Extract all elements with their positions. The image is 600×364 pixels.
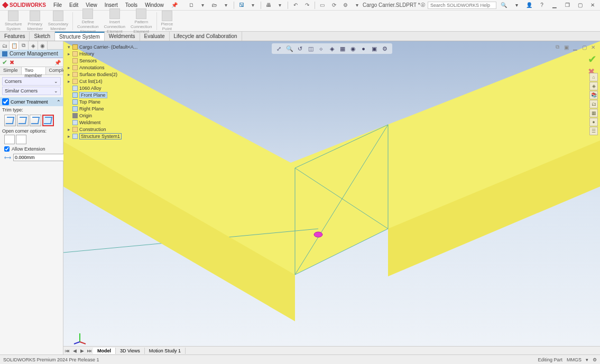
pm-pin-icon[interactable]: 📌 xyxy=(54,60,61,66)
tree-origin[interactable]: Origin xyxy=(66,112,139,119)
pm-group-corners[interactable]: Corners⌄ xyxy=(2,77,61,86)
vp-minimize-icon[interactable]: ▁ xyxy=(571,43,579,51)
tree-history[interactable]: ▸History xyxy=(66,50,139,57)
tree-construction[interactable]: ▸Construction xyxy=(66,126,139,133)
menu-pin-icon[interactable]: 📌 xyxy=(168,1,181,9)
ribbon-primary-member[interactable]: Primary Member xyxy=(25,10,44,32)
task-view-palette-icon[interactable]: ▦ xyxy=(589,109,598,117)
pm-subtab-simple[interactable]: Simple xyxy=(0,67,22,74)
view-settings-icon[interactable]: ⚙ xyxy=(381,44,389,53)
tree-material[interactable]: 1060 Alloy xyxy=(66,85,139,91)
corner-handle[interactable] xyxy=(314,232,322,237)
trim-type-2-button[interactable] xyxy=(17,115,29,126)
panel-tab-feature-tree-icon[interactable]: 🗂 xyxy=(0,41,10,50)
search-icon[interactable]: 🔍 xyxy=(499,1,509,10)
pm-cancel-button[interactable]: ✖ xyxy=(10,59,14,66)
ribbon-pierce-point[interactable]: Pierce Point xyxy=(159,10,176,32)
expand-icon[interactable]: ▸ xyxy=(67,79,71,84)
pm-group-corner-treatment[interactable]: Corner Treatment ⌃ xyxy=(0,97,63,106)
qa-undo-icon[interactable]: ↶ xyxy=(290,1,301,10)
tree-right-plane[interactable]: Right Plane xyxy=(66,105,139,112)
dynamic-annotation-icon[interactable]: ⟐ xyxy=(317,44,326,53)
ribbon-secondary-member[interactable]: Secondary Member xyxy=(46,10,70,32)
vp-popout-icon[interactable]: ⧉ xyxy=(553,43,561,51)
hide-show-icon[interactable]: ◉ xyxy=(349,44,357,53)
tab-nav-next-icon[interactable]: ▶ xyxy=(78,348,86,353)
tab-nav-prev-icon[interactable]: ◀ xyxy=(71,348,78,353)
edit-appearance-icon[interactable]: ● xyxy=(359,44,368,53)
tree-weldment[interactable]: Weldment xyxy=(66,119,139,126)
previous-view-icon[interactable]: ↺ xyxy=(296,44,304,53)
qa-save-icon[interactable]: 🖫 xyxy=(236,1,247,10)
help-icon[interactable]: ? xyxy=(537,1,547,10)
open-corner-1-button[interactable] xyxy=(4,135,15,144)
status-dropdown-icon[interactable]: ▾ xyxy=(586,357,588,362)
pm-ok-button[interactable]: ✔ xyxy=(2,59,7,66)
pm-group-similar-corners[interactable]: Similar Corners⌄ xyxy=(2,87,61,95)
maximize-icon[interactable]: ▢ xyxy=(575,1,585,10)
expand-icon[interactable]: ▸ xyxy=(67,51,71,57)
open-corner-2-button[interactable] xyxy=(16,135,26,144)
panel-tab-dimxpert-icon[interactable]: ◈ xyxy=(29,41,38,50)
restore-icon[interactable]: ❐ xyxy=(562,1,573,10)
tab-weldments[interactable]: Weldments xyxy=(105,32,140,41)
status-options-icon[interactable]: ⚙ xyxy=(593,357,597,362)
panel-tab-display-icon[interactable]: ◉ xyxy=(38,41,48,50)
tab-features[interactable]: Features xyxy=(0,32,30,41)
tree-annotations[interactable]: ▸Annotations xyxy=(66,64,139,71)
ribbon-pattern-connection[interactable]: Pattern Connection Element xyxy=(128,8,154,34)
apply-scene-icon[interactable]: ▣ xyxy=(370,44,379,53)
qa-redo-icon[interactable]: ↷ xyxy=(302,1,312,10)
tree-sensors[interactable]: Sensors xyxy=(66,57,139,64)
bottom-tab-model[interactable]: Model xyxy=(93,348,116,354)
corner-treatment-checkbox[interactable] xyxy=(2,98,9,105)
vp-restore-icon[interactable]: ▣ xyxy=(562,43,570,51)
expand-icon[interactable]: ▸ xyxy=(67,72,71,77)
ribbon-define-connection[interactable]: Define Connection Element xyxy=(75,8,100,34)
collapse-icon[interactable]: ▾ xyxy=(67,44,71,50)
trim-type-3-button[interactable] xyxy=(30,115,41,126)
task-file-explorer-icon[interactable]: 🗂 xyxy=(589,100,598,108)
tab-nav-last-icon[interactable]: ⏭ xyxy=(86,348,93,353)
search-toggle-icon[interactable]: ⦿ xyxy=(420,2,426,8)
tab-nav-first-icon[interactable]: ⏮ xyxy=(63,348,71,353)
task-resources-icon[interactable]: ◈ xyxy=(589,82,598,90)
ribbon-insert-connection[interactable]: Insert Connection Element xyxy=(102,8,127,34)
tab-structure-system[interactable]: Structure System xyxy=(55,32,105,41)
zoom-fit-icon[interactable]: ⤢ xyxy=(275,44,283,53)
help-search-input[interactable] xyxy=(428,2,496,9)
task-custom-props-icon[interactable]: ☰ xyxy=(589,127,598,135)
tree-root[interactable]: ▾Cargo Carrier- (Default<A... xyxy=(66,43,139,50)
ribbon-structure-system[interactable]: Structure System xyxy=(3,10,24,32)
dropdown-icon[interactable]: ▾ xyxy=(511,1,522,10)
confirm-ok-button[interactable]: ✔ xyxy=(588,53,597,66)
bottom-tab-motion-study[interactable]: Motion Study 1 xyxy=(145,348,186,354)
user-icon[interactable]: 👤 xyxy=(524,1,534,10)
bottom-tab-3d-views[interactable]: 3D Views xyxy=(116,348,145,354)
close-icon[interactable]: ✕ xyxy=(587,1,598,10)
tree-structure-system[interactable]: ▸Structure System1 xyxy=(66,133,139,139)
qa-dropdown-icon[interactable]: ▾ xyxy=(221,1,232,10)
task-design-library-icon[interactable]: 📚 xyxy=(589,91,598,99)
qa-dropdown-icon[interactable]: ▾ xyxy=(198,1,208,10)
orientation-triad[interactable] xyxy=(73,331,87,345)
trim-type-4-button[interactable] xyxy=(42,115,54,126)
vp-maximize-icon[interactable]: ▢ xyxy=(580,43,588,51)
pm-subtab-two-member[interactable]: Two member xyxy=(22,67,46,74)
expand-icon[interactable]: ▸ xyxy=(67,127,71,132)
section-view-icon[interactable]: ◫ xyxy=(307,44,315,53)
task-appearances-icon[interactable]: ● xyxy=(589,118,598,126)
qa-select-icon[interactable]: ▭ xyxy=(317,1,328,10)
qa-dropdown-icon[interactable]: ▾ xyxy=(275,1,285,10)
task-home-icon[interactable]: ⌂ xyxy=(589,73,598,81)
vp-close-icon[interactable]: ✕ xyxy=(589,43,597,51)
qa-new-icon[interactable]: 🗋 xyxy=(186,1,197,10)
tree-cutlist[interactable]: ▸Cut list(14) xyxy=(66,78,139,85)
tree-surface-bodies[interactable]: ▸Surface Bodies(2) xyxy=(66,71,139,78)
minimize-icon[interactable]: ▁ xyxy=(549,1,560,10)
allow-extension-checkbox[interactable] xyxy=(4,146,10,152)
trim-type-1-button[interactable] xyxy=(4,115,16,126)
panel-tab-property-manager-icon[interactable]: 📋 xyxy=(10,41,19,50)
expand-icon[interactable]: ▸ xyxy=(67,65,71,70)
display-style-icon[interactable]: ▦ xyxy=(338,44,347,53)
